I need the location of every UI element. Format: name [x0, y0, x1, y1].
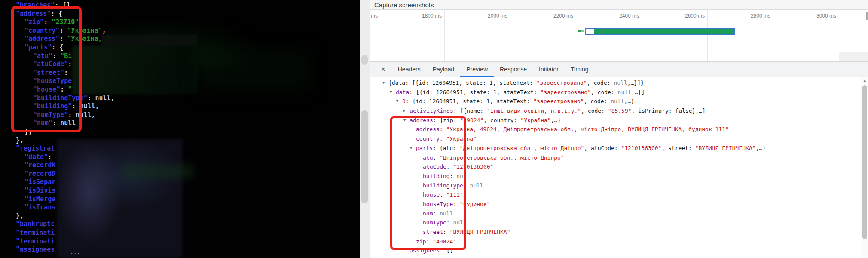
json-pun: : [463, 182, 470, 189]
json-key: street [423, 229, 443, 235]
timeline-tick-label: 1800 ms [422, 13, 442, 19]
json-pun: : [446, 163, 453, 170]
tab-payload[interactable]: Payload [433, 62, 455, 77]
json-key: "address" [16, 10, 51, 18]
json-pun: : [440, 135, 446, 142]
json-str: "85.59" [608, 108, 632, 114]
json-pun: : [59, 27, 67, 34]
json-pun: , [91, 111, 95, 119]
scrollbar-thumb[interactable] [361, 110, 368, 203]
editor-line: }, [0, 136, 360, 145]
json-pun: : [{name: [453, 108, 487, 114]
json-pun: , street: [661, 145, 695, 151]
json-tree-row: ▼parts: {atu: "Дніпропетровська обл., мі… [370, 144, 868, 153]
json-nul: null [456, 173, 470, 179]
tab-timing[interactable]: Timing [571, 62, 589, 77]
collapse-icon[interactable]: ▼ [403, 116, 406, 125]
json-key: address [410, 117, 433, 123]
json-key: house [423, 191, 440, 198]
tab-response[interactable]: Response [500, 62, 527, 77]
scrollbar-thumb[interactable] [866, 12, 868, 20]
json-str: "23710" [52, 18, 79, 26]
json-tree-row: houseType: "будинок" [370, 200, 868, 209]
request-waterfall-bar[interactable] [585, 28, 735, 35]
json-key: activityKinds [410, 108, 453, 114]
json-tree-row: zip: "49024" [370, 237, 868, 246]
capture-screenshots-label[interactable]: Capture screenshots [374, 1, 434, 9]
json-str: "1210136300" [621, 145, 661, 151]
editor-line: "date": [0, 153, 360, 162]
json-pun: : [440, 191, 446, 198]
timeline-gridline [707, 10, 708, 61]
json-str: "Україна" [520, 117, 550, 123]
json-str: "49024" [433, 238, 456, 245]
screenshot-root: "branches": [],"address": {"zip": "23710… [0, 0, 868, 258]
json-key: "registrat [16, 144, 55, 152]
preview-scrollbar[interactable]: ▲ [861, 77, 868, 258]
json-pun: : [59, 35, 67, 43]
expand-icon[interactable]: ▶ [403, 106, 406, 116]
json-nul: null [95, 94, 111, 102]
json-pun: : [68, 60, 72, 68]
json-pun: , [95, 102, 99, 110]
editor-line: "assignees [0, 246, 360, 254]
json-key: "parts" [24, 43, 52, 51]
json-pun: ,…}] [631, 89, 645, 95]
tab-initiator[interactable]: Initiator [539, 62, 559, 77]
json-key: "zip" [24, 18, 44, 26]
json-pun: , [102, 27, 106, 34]
editor-line: "street": [0, 69, 360, 77]
json-key: "terminati [16, 237, 55, 245]
devtools-network-pane: Capture screenshots ms 1800 ms2000 ms220… [370, 0, 868, 258]
tab-preview[interactable]: Preview [466, 62, 488, 77]
json-pun: [], [62, 1, 74, 9]
request-queue-mark [581, 30, 584, 32]
request-queue-mark [578, 30, 581, 32]
json-str: "Україна" [67, 27, 102, 34]
json-str: " [68, 86, 72, 93]
json-tree-row: ▶activityKinds: [{name: "Інші види освіт… [370, 106, 868, 116]
network-toolbar: Capture screenshots [370, 0, 868, 10]
json-pun: : [450, 173, 457, 179]
tab-headers[interactable]: Headers [398, 62, 421, 77]
json-key: "assignees [16, 246, 55, 253]
json-str: "Ві [60, 52, 72, 60]
collapse-icon[interactable]: ▼ [410, 144, 412, 153]
selected-tab-underline [460, 76, 494, 77]
json-preview-tree[interactable]: ▼{data: [{id: 12604951, state: 1, stateT… [370, 77, 868, 258]
close-icon[interactable]: ✕ [381, 66, 386, 73]
collapse-icon[interactable]: ▼ [390, 88, 392, 97]
editor-line: "isDivis [0, 187, 360, 195]
collapse-icon[interactable]: ▼ [396, 97, 398, 106]
editor-ellipsis: ... [70, 249, 80, 255]
json-pun: : [440, 126, 446, 132]
json-key: "atuCode" [33, 60, 68, 68]
json-key: buildingType [423, 182, 463, 189]
scrollbar-thumb[interactable] [862, 85, 867, 239]
request-details-tabbar: ✕ HeadersPayloadPreviewResponseInitiator… [370, 61, 868, 77]
json-tree-row: address: "Україна, 49024, Дніпропетровсь… [370, 125, 868, 134]
json-tree-row: house: "111" [370, 190, 868, 200]
editor-line: "num": null [0, 119, 360, 128]
json-str: "зареєстровано" [541, 89, 591, 95]
json-key: "building" [33, 102, 72, 110]
code-editor-panel[interactable]: "branches": [],"address": {"zip": "23710… [0, 0, 360, 258]
scrollbar-thumb[interactable] [361, 55, 368, 65]
json-pun: : [433, 154, 440, 161]
timeline-tick-label: 2600 ms [685, 13, 705, 19]
editor-line: "terminati [0, 229, 360, 237]
json-tree-row: num: null [370, 209, 868, 218]
json-pun: {data: [{id: 12604951, state: 1, stateTe… [388, 80, 536, 86]
json-pun: : [55, 1, 62, 9]
scroll-up-icon[interactable]: ▲ [861, 78, 868, 83]
waterfall-timeline[interactable]: ms 1800 ms2000 ms2200 ms2400 ms2600 ms28… [370, 10, 868, 61]
json-pun: : { [51, 10, 62, 18]
collapse-icon[interactable]: ▼ [382, 78, 385, 88]
timeline-gridline [444, 10, 445, 61]
editor-line: "recordD [0, 170, 360, 178]
json-pun: : [87, 94, 95, 102]
editor-line: "isTrans [0, 203, 360, 212]
json-key: "houseType [33, 77, 72, 85]
editor-scrollbar[interactable] [360, 0, 370, 258]
json-str: "ВУЛИЦЯ ГРІНЧЕНКА" [450, 229, 510, 235]
